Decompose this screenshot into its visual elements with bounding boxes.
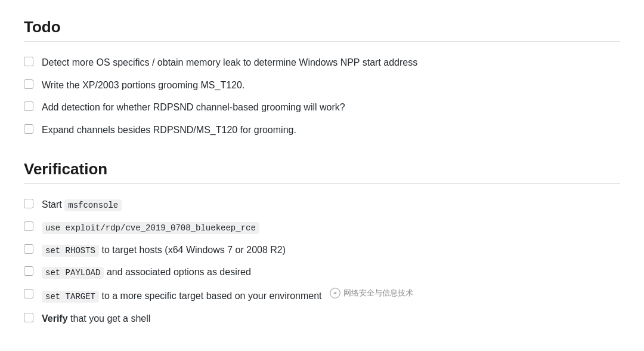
- checkbox-v6[interactable]: [24, 313, 33, 322]
- code-v1: msfconsole: [64, 199, 122, 211]
- verification-list: Start msfconsole use exploit/rdp/cve_201…: [24, 193, 620, 330]
- text-suffix-v6: that you get a shell: [68, 313, 151, 324]
- list-item: Start msfconsole: [24, 193, 620, 216]
- checkbox-v4[interactable]: [24, 266, 33, 276]
- item-text-2: Write the XP/2003 portions grooming MS_T…: [42, 78, 620, 93]
- list-item: set PAYLOAD and associated options as de…: [24, 261, 620, 284]
- list-item: use exploit/rdp/cve_2019_0708_bluekeep_r…: [24, 216, 620, 239]
- verification-title: Verification: [24, 160, 620, 184]
- text-suffix-v5: to a more specific target based on your …: [101, 291, 321, 301]
- checkbox-3[interactable]: [24, 101, 33, 111]
- code-v3: set RHOSTS: [42, 245, 99, 257]
- list-item: set TARGET to a more specific target bas…: [24, 284, 620, 307]
- checkbox-4[interactable]: [24, 124, 33, 134]
- checkbox-v5[interactable]: [24, 289, 33, 298]
- item-text-1: Detect more OS specifics / obtain memory…: [42, 55, 620, 70]
- checkbox-2[interactable]: [24, 79, 33, 89]
- todo-title: Todo: [24, 18, 620, 42]
- checkbox-1[interactable]: [24, 57, 33, 66]
- checkbox-v2[interactable]: [24, 221, 33, 231]
- list-item: Detect more OS specifics / obtain memory…: [24, 51, 620, 74]
- watermark-text: 网络安全与信息技术: [343, 287, 413, 300]
- item-text-v2: use exploit/rdp/cve_2019_0708_bluekeep_r…: [42, 220, 620, 235]
- checkbox-v3[interactable]: [24, 244, 33, 254]
- code-v2: use exploit/rdp/cve_2019_0708_bluekeep_r…: [42, 222, 259, 234]
- text-suffix-v4: and associated options as desired: [107, 267, 251, 277]
- checkbox-v1[interactable]: [24, 199, 33, 208]
- list-item: Add detection for whether RDPSND channel…: [24, 96, 620, 119]
- watermark-icon: [329, 287, 341, 299]
- item-text-v4: set PAYLOAD and associated options as de…: [42, 264, 620, 280]
- text-prefix-v1: Start: [42, 199, 62, 210]
- item-text-3: Add detection for whether RDPSND channel…: [42, 100, 620, 115]
- item-text-v6: Verify that you get a shell: [42, 311, 620, 327]
- svg-point-1: [334, 292, 336, 294]
- code-v4: set PAYLOAD: [42, 267, 104, 279]
- list-item: Verify that you get a shell: [24, 307, 620, 330]
- list-item: Write the XP/2003 portions grooming MS_T…: [24, 74, 620, 97]
- bold-prefix-v6: Verify: [42, 313, 68, 324]
- todo-list: Detect more OS specifics / obtain memory…: [24, 51, 620, 141]
- code-v5: set TARGET: [42, 291, 99, 303]
- item-text-v3: set RHOSTS to target hosts (x64 Windows …: [42, 242, 620, 258]
- watermark-badge: 网络安全与信息技术: [329, 287, 413, 300]
- list-item: set RHOSTS to target hosts (x64 Windows …: [24, 239, 620, 261]
- item-text-v1: Start msfconsole: [42, 197, 620, 213]
- item-text-v5: set TARGET to a more specific target bas…: [42, 287, 620, 304]
- text-suffix-v3: to target hosts (x64 Windows 7 or 2008 R…: [101, 245, 286, 255]
- list-item: Expand channels besides RDPSND/MS_T120 f…: [24, 119, 620, 141]
- item-text-4: Expand channels besides RDPSND/MS_T120 f…: [42, 122, 620, 138]
